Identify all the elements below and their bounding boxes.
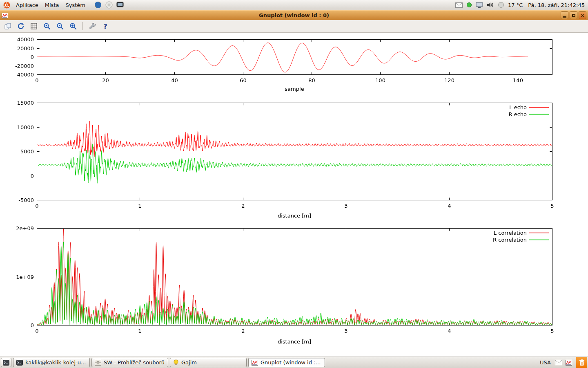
copy-button[interactable] <box>2 21 13 31</box>
panel-tray: 17 °C Pá, 18. září, 21:42:45 <box>455 2 585 8</box>
zoom-next-button[interactable] <box>55 21 65 31</box>
top-panel: Aplikace Místa Systém <box>0 0 588 10</box>
window-controls: × <box>561 11 586 19</box>
toolbar-separator <box>82 22 83 30</box>
menu-places[interactable]: Místa <box>44 2 60 8</box>
close-button[interactable]: × <box>579 11 586 19</box>
gajim-status-icon[interactable] <box>466 2 472 8</box>
weather-icon[interactable] <box>498 2 504 8</box>
taskbar-window-label: Gajim <box>181 359 197 366</box>
taskbar-window-terminal[interactable]: kaklik@kaklik-kolej-u... <box>13 358 90 367</box>
screen-icon[interactable] <box>116 2 124 8</box>
menu-system-label: Systém <box>65 2 85 8</box>
plot-area <box>0 33 588 357</box>
close-icon: × <box>580 13 584 18</box>
taskbar-window-label: kaklik@kaklik-kolej-u... <box>25 359 86 366</box>
monitor-icon[interactable] <box>476 2 483 8</box>
zoom-reset-icon <box>69 22 77 30</box>
gnuplot-icon <box>252 360 258 366</box>
desktop: Aplikace Místa Systém <box>0 0 588 368</box>
temperature-label: 17 °C <box>508 2 523 8</box>
show-desktop-icon <box>3 360 9 366</box>
trash-icon <box>579 359 585 366</box>
firefox-icon[interactable] <box>94 1 102 9</box>
grid-toggle-button[interactable] <box>29 21 39 31</box>
help-button[interactable]: ? <box>100 21 111 31</box>
zoom-reset-button[interactable] <box>68 21 78 31</box>
maximize-button[interactable] <box>570 11 577 19</box>
gnuplot-tray-icon[interactable] <box>566 360 572 366</box>
trash-applet[interactable] <box>576 357 587 368</box>
copy-icon <box>4 22 12 30</box>
grid-icon <box>30 22 38 30</box>
taskbar-window-file-manager[interactable]: SW - Prohlížeč souborů <box>91 358 168 367</box>
maximize-icon <box>572 14 575 17</box>
menu-places-label: Místa <box>45 2 59 8</box>
mail-icon[interactable] <box>455 2 463 8</box>
menu-applications-label: Aplikace <box>16 2 38 8</box>
settings-button[interactable] <box>87 21 98 31</box>
plot-canvas-correlation[interactable] <box>0 225 588 348</box>
help-icon: ? <box>103 22 107 30</box>
plot-canvas-sample-signal[interactable] <box>0 36 588 97</box>
help-browser-icon[interactable] <box>105 1 113 9</box>
file-manager-icon <box>95 360 101 366</box>
keyboard-layout-indicator[interactable]: USA <box>537 359 553 366</box>
taskbar-window-gnuplot[interactable]: Gnuplot (window id : 0) <box>248 358 325 367</box>
taskbar: kaklik@kaklik-kolej-u... SW - Prohlížeč … <box>0 357 588 368</box>
window-titlebar[interactable]: Gnuplot (window id : 0) × <box>0 10 588 20</box>
refresh-icon <box>17 22 25 30</box>
taskbar-window-gajim[interactable]: Gajim <box>170 358 247 367</box>
terminal-icon <box>16 360 23 366</box>
mail-icon[interactable] <box>555 360 562 365</box>
menu-system[interactable]: Systém <box>65 2 86 8</box>
minimize-icon <box>563 16 566 18</box>
zoom-previous-button[interactable] <box>42 21 52 31</box>
clock[interactable]: Pá, 18. září, 21:42:45 <box>528 2 585 8</box>
gajim-icon <box>173 359 179 366</box>
ubuntu-logo-icon[interactable] <box>3 2 10 9</box>
minimize-button[interactable] <box>561 11 568 19</box>
window-toolbar: ? <box>0 20 588 33</box>
zoom-next-icon <box>56 22 64 30</box>
window-title: Gnuplot (window id : 0) <box>0 12 588 18</box>
zoom-previous-icon <box>43 22 51 30</box>
taskbar-tray <box>555 360 572 366</box>
plot-canvas-echo[interactable] <box>0 100 588 221</box>
speaker-icon[interactable] <box>487 2 494 8</box>
settings-wrench-icon <box>88 22 96 30</box>
show-desktop-button[interactable] <box>1 358 11 367</box>
taskbar-window-label: SW - Prohlížeč souborů <box>104 359 165 366</box>
panel-launchers <box>94 1 124 9</box>
taskbar-window-label: Gnuplot (window id : 0) <box>261 359 322 366</box>
replot-button[interactable] <box>16 21 26 31</box>
menu-applications[interactable]: Aplikace <box>15 2 39 8</box>
